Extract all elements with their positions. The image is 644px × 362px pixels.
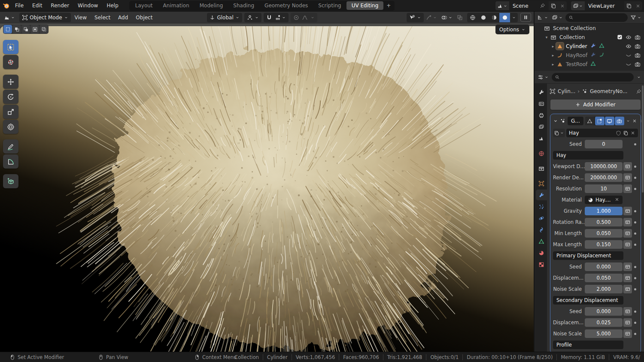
select-mode-1[interactable] (12, 25, 21, 33)
value-field[interactable]: 1.000 (585, 207, 623, 215)
mode-dropdown[interactable]: Object Mode (19, 13, 71, 22)
input-attribute-toggle[interactable] (623, 329, 632, 338)
scene-unlink-button[interactable] (558, 1, 567, 10)
extras-dot[interactable] (632, 210, 638, 212)
properties-tab-modifiers[interactable] (536, 190, 547, 200)
properties-tab-material[interactable] (536, 247, 547, 258)
select-mode-2[interactable] (21, 25, 30, 33)
pivot-dropdown[interactable] (244, 13, 261, 22)
rendered-viewport[interactable] (0, 26, 534, 352)
collapse-icon[interactable] (553, 118, 558, 124)
scrollbar[interactable] (642, 85, 644, 193)
value-field[interactable]: 0.000 (585, 307, 623, 316)
text-input[interactable]: Hay (553, 151, 623, 160)
value-field[interactable]: 0.050 (585, 229, 623, 238)
scene-name-field[interactable]: Scene (509, 1, 549, 10)
text-input[interactable]: Profile (553, 341, 623, 349)
shading-solid-button[interactable] (478, 13, 489, 22)
select-mode-4[interactable] (39, 25, 48, 33)
extras-dot[interactable] (632, 143, 638, 145)
viewlayer-copy-button[interactable] (624, 1, 634, 10)
value-field[interactable]: 20000.000 (585, 173, 623, 182)
viewport-menu-view[interactable]: View (71, 15, 91, 21)
render-visibility-toggle[interactable] (634, 43, 641, 49)
outliner-search-input[interactable] (565, 13, 628, 22)
properties-editor-type-button[interactable] (537, 72, 550, 82)
extras-dot[interactable] (632, 288, 638, 290)
value-field[interactable]: 10000.000 (585, 162, 623, 171)
outliner-item-collection[interactable]: ▾Collection (535, 33, 644, 42)
value-field[interactable]: 0.500 (585, 218, 623, 226)
input-attribute-toggle[interactable] (623, 218, 632, 226)
node-group-browse-button[interactable] (553, 129, 565, 137)
value-field[interactable]: 0 (585, 140, 623, 148)
extras-dot[interactable] (632, 177, 638, 179)
value-field[interactable]: 2.000 (585, 285, 623, 293)
properties-tab-particles[interactable] (536, 201, 547, 212)
modifier-remove-button[interactable] (632, 118, 637, 124)
disclosure-icon[interactable]: ▸ (550, 53, 556, 57)
properties-tab-object-data[interactable] (536, 236, 547, 247)
shading-material-button[interactable] (489, 13, 499, 22)
input-attribute-toggle[interactable] (623, 207, 632, 215)
on-cage-toggle[interactable] (595, 117, 605, 125)
pin-icon[interactable] (540, 3, 545, 9)
tool-scale-button[interactable] (3, 105, 18, 119)
menu-render[interactable]: Render (47, 2, 73, 9)
extras-dot[interactable] (632, 333, 638, 335)
outliner-display-mode-button[interactable] (551, 13, 564, 22)
value-field[interactable]: 0.150 (585, 240, 623, 249)
render-visibility-toggle[interactable] (634, 52, 641, 58)
add-modifier-button[interactable]: Add Modifier (550, 100, 641, 110)
text-input[interactable]: Primary Displacement (553, 251, 623, 260)
gizmos-dropdown[interactable] (424, 13, 439, 22)
value-field[interactable]: 0.000 (585, 262, 623, 271)
input-attribute-toggle[interactable] (623, 240, 632, 249)
hide-toggle[interactable] (625, 61, 632, 67)
properties-tab-constraints[interactable] (536, 224, 547, 235)
menu-file[interactable]: File (11, 2, 27, 9)
select-mode-3[interactable] (30, 25, 39, 33)
properties-tab-physics[interactable] (536, 213, 547, 223)
select-mode-0[interactable] (3, 25, 12, 33)
disclosure-icon[interactable]: ▾ (544, 35, 550, 39)
extras-dot[interactable] (632, 322, 638, 324)
workspace-tab-shading[interactable]: Shading (228, 1, 259, 10)
snap-mode-dropdown[interactable] (275, 15, 286, 21)
edit-mode-display-toggle[interactable] (585, 117, 595, 125)
properties-options-dropdown[interactable] (636, 72, 642, 82)
properties-tab-output[interactable] (536, 110, 547, 121)
tool-transform-button[interactable] (3, 120, 18, 134)
extras-dot[interactable] (632, 221, 638, 223)
scene-browse-button[interactable] (495, 1, 509, 10)
blender-logo-icon[interactable] (3, 2, 10, 9)
node-group-name-field[interactable]: Hay (566, 129, 638, 137)
disclosure-icon[interactable]: ▸ (550, 44, 556, 48)
extras-dot[interactable] (632, 311, 638, 313)
breadcrumb-modifier[interactable]: GeometryNo... (590, 88, 627, 94)
hide-toggle[interactable] (625, 43, 632, 49)
workspace-tab-uv-editing[interactable]: UV Editing (346, 1, 384, 10)
value-field[interactable]: 0.025 (585, 318, 623, 327)
text-input[interactable]: Secondary Displacement (553, 296, 623, 305)
tool-cursor-button[interactable] (3, 55, 18, 69)
modifier-extras-dropdown[interactable] (626, 119, 630, 123)
workspace-tab-geometry-nodes[interactable]: Geometry Nodes (259, 1, 313, 10)
viewlayer-browse-button[interactable] (571, 1, 585, 10)
properties-tab-object[interactable] (536, 178, 547, 189)
properties-tab-render[interactable] (536, 98, 547, 109)
add-workspace-button[interactable]: + (383, 1, 394, 10)
copy-icon[interactable] (623, 130, 629, 136)
shading-options-dropdown[interactable] (510, 13, 518, 22)
disclosure-icon[interactable]: ▸ (550, 62, 556, 66)
tool-add-cube-button[interactable] (3, 174, 18, 188)
menu-edit[interactable]: Edit (28, 2, 46, 9)
workspace-tab-modeling[interactable]: Modeling (194, 1, 228, 10)
menu-help[interactable]: Help (103, 2, 122, 9)
input-attribute-toggle[interactable] (623, 184, 632, 193)
modifier-name-field[interactable]: G... (568, 117, 583, 125)
visibility-dropdown[interactable] (407, 13, 424, 22)
tool-rotate-button[interactable] (3, 90, 18, 104)
material-selector[interactable]: Hay.... (585, 196, 623, 204)
outliner-editor-type-button[interactable] (536, 13, 549, 22)
